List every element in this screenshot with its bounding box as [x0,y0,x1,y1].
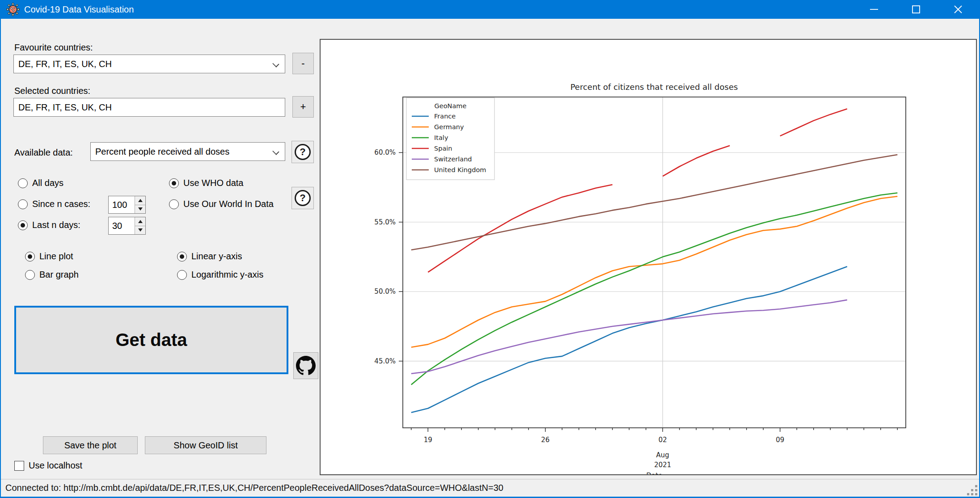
radio-circle [18,199,28,209]
selected-countries-label: Selected countries: [14,86,90,96]
minimize-icon [870,5,879,14]
radio-bar-graph[interactable]: Bar graph [25,270,79,280]
app-window: Covid-19 Data Visualisation Favourite co… [0,0,980,498]
radio-circle [25,270,35,280]
title-bar: Covid-19 Data Visualisation [1,0,979,19]
x-month-label: Aug [656,451,669,459]
radio-circle [177,252,187,262]
legend-label: Germany [434,123,464,131]
radio-circle [169,178,179,188]
radio-since-n-cases[interactable]: Since n cases: [18,199,90,209]
y-tick-label: 45.0% [374,357,396,365]
radio-last-n-days[interactable]: Last n days: [18,220,80,230]
legend-label: United Kingdom [434,166,486,173]
triangle-down-icon [138,228,143,232]
radio-circle [18,178,28,188]
triangle-up-icon [138,220,143,223]
radio-use-owid-data[interactable]: Use Our World In Data [169,199,274,209]
chart-title: Percent of citizens that received all do… [570,82,738,92]
spinner-up-button[interactable] [135,217,145,226]
legend-label: Switzerland [434,156,472,163]
radio-logarithmic-y-axis[interactable]: Logarithmic y-axis [177,270,263,280]
question-mark-icon: ? [295,190,311,206]
window-title: Covid-19 Data Visualisation [24,4,134,15]
y-tick-label: 55.0% [374,218,396,226]
triangle-up-icon [138,199,143,202]
legend-label: France [434,113,456,120]
minimize-button[interactable] [853,0,895,19]
virus-icon [6,3,20,16]
save-plot-button[interactable]: Save the plot [43,436,138,454]
maximize-icon [912,5,921,14]
x-tick-label: 09 [776,436,784,444]
favourite-countries-label: Favourite countries: [14,42,93,53]
legend-label: Italy [434,134,448,141]
series-line-switzerland [411,300,847,374]
last-n-days-spinner[interactable]: 30 [108,217,146,235]
remove-country-button[interactable]: - [292,53,314,74]
legend-title: GeoName [435,102,467,110]
x-axis-label: Date [646,472,663,474]
add-country-button[interactable]: + [292,96,314,118]
series-line-italy [411,193,898,385]
radio-all-days[interactable]: All days [18,178,63,188]
x-tick-label: 19 [424,436,432,444]
chart-svg: 19260209Aug2021Date45.0%50.0%55.0%60.0%P… [321,40,976,474]
triangle-down-icon [138,207,143,211]
series-line-france [411,266,847,413]
checkbox-box [14,461,24,471]
x-tick-label: 26 [541,436,549,444]
close-button[interactable] [937,0,979,19]
help-source-button[interactable]: ? [291,187,314,209]
selected-countries-value: DE, FR, IT, ES, UK, CH [18,102,112,113]
series-line-germany [411,196,898,347]
get-data-button[interactable]: Get data [14,306,288,374]
favourite-countries-value: DE, FR, IT, ES, UK, CH [18,59,112,69]
chart-panel: 19260209Aug2021Date45.0%50.0%55.0%60.0%P… [320,39,977,475]
status-text: Connected to: http://mb.cmbt.de/api/data… [5,483,503,493]
x-tick-label: 02 [659,436,667,444]
y-tick-label: 60.0% [374,148,396,156]
use-localhost-checkbox[interactable]: Use localhost [14,460,82,471]
maximize-button[interactable] [895,0,937,19]
status-bar: Connected to: http://mb.cmbt.de/api/data… [1,479,979,497]
y-tick-label: 50.0% [374,287,396,295]
question-mark-icon: ? [295,144,311,160]
radio-circle [25,252,35,262]
selected-countries-input[interactable]: DE, FR, IT, ES, UK, CH [13,98,285,117]
spinner-down-button[interactable] [135,226,145,235]
favourite-countries-combobox[interactable]: DE, FR, IT, ES, UK, CH [13,55,285,73]
help-data-button[interactable]: ? [291,141,314,163]
github-icon [296,356,316,376]
available-data-combobox[interactable]: Percent people received all doses [90,142,285,161]
github-button[interactable] [293,352,318,379]
radio-linear-y-axis[interactable]: Linear y-axis [177,251,242,262]
spinner-down-button[interactable] [135,205,145,214]
since-n-cases-spinner[interactable]: 100 [108,196,146,214]
radio-circle [177,270,187,280]
close-icon [954,5,963,14]
available-data-label: Available data: [14,148,73,158]
chevron-down-icon [272,60,279,67]
show-geoid-list-button[interactable]: Show GeoID list [145,436,266,454]
resize-grip-icon[interactable] [967,485,977,495]
available-data-value: Percent people received all doses [95,147,229,157]
chevron-down-icon [272,148,279,155]
x-month-label: 2021 [654,461,671,469]
radio-circle [169,199,179,209]
radio-circle [18,220,28,230]
legend-label: Spain [434,145,452,152]
spinner-up-button[interactable] [135,196,145,205]
radio-line-plot[interactable]: Line plot [25,251,73,262]
radio-use-who-data[interactable]: Use WHO data [169,178,243,188]
